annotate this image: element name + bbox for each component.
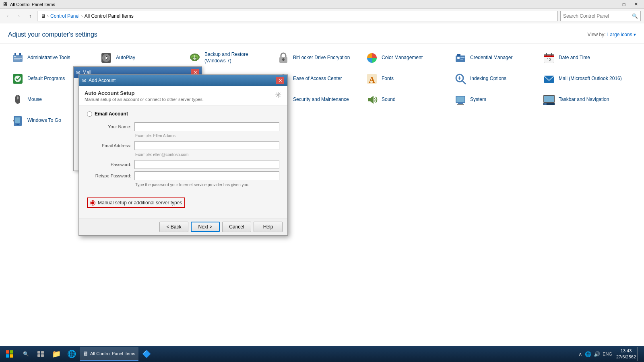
- color-icon: [365, 51, 378, 64]
- backup-icon: [188, 51, 201, 64]
- back-button[interactable]: ‹: [3, 12, 12, 21]
- address-bar: ‹ › ↑ 🖥 › Control Panel › All Control Pa…: [0, 9, 644, 23]
- add-account-titlebar: ✉ Add Account ✕: [79, 75, 287, 86]
- svg-rect-3: [14, 56, 16, 57]
- cp-item-fonts[interactable]: A Fonts: [362, 68, 451, 89]
- view-by-value[interactable]: Large icons ▾: [607, 32, 636, 37]
- edge-taskbar[interactable]: 🔷: [139, 347, 154, 361]
- administrative-tools-icon: [11, 51, 24, 64]
- dialog-cursor-icon: ✳: [275, 90, 282, 100]
- ease-label: Ease of Access Center: [293, 76, 342, 82]
- task-view-button[interactable]: [34, 347, 48, 361]
- tray-volume[interactable]: 🔊: [594, 351, 600, 357]
- close-button[interactable]: ✕: [630, 0, 642, 8]
- manual-setup-radio[interactable]: [90, 200, 95, 206]
- breadcrumb-current: All Control Panel Items: [85, 13, 134, 19]
- svg-rect-79: [41, 351, 44, 354]
- help-button[interactable]: Help: [254, 222, 283, 232]
- email-row: Email Address:: [87, 141, 279, 150]
- tray-network[interactable]: 🌐: [585, 351, 591, 357]
- cp-item-backup[interactable]: Backup and Restore (Windows 7): [185, 47, 274, 68]
- bitlocker-label: BitLocker Drive Encryption: [293, 55, 350, 61]
- retype-input[interactable]: [134, 171, 279, 180]
- control-panel-taskbar-app[interactable]: 🖥 All Control Panel Items: [80, 347, 138, 361]
- add-account-close[interactable]: ✕: [276, 77, 284, 84]
- windowstogo-icon: [11, 114, 24, 127]
- file-explorer-taskbar[interactable]: 📁: [49, 347, 64, 361]
- email-input[interactable]: [134, 141, 279, 150]
- search-taskbar-button[interactable]: 🔍: [19, 348, 33, 360]
- email-account-label: Email Account: [95, 111, 128, 117]
- svg-rect-21: [457, 54, 460, 56]
- fonts-icon: A: [365, 72, 378, 85]
- svg-rect-75: [10, 350, 13, 354]
- cp-item-datetime[interactable]: 13 Date and Time: [539, 47, 628, 68]
- password-hint: Type the password your Internet service …: [135, 183, 279, 187]
- cp-item-administrative-tools[interactable]: Administrative Tools: [8, 47, 97, 68]
- add-account-header: Auto Account Setup Manual setup of an ac…: [79, 86, 287, 105]
- password-input[interactable]: [134, 160, 279, 169]
- svg-point-29: [14, 76, 21, 82]
- clock-date: 27/6/2562: [616, 354, 636, 360]
- cancel-button[interactable]: Cancel: [222, 222, 251, 232]
- manual-setup-container: Manual setup or additional server types: [87, 191, 279, 208]
- up-button[interactable]: ↑: [26, 12, 35, 21]
- dialog-header-title: Auto Account Setup: [85, 90, 204, 96]
- cp-item-credential[interactable]: Credential Manager: [451, 47, 539, 68]
- system-tray: ∧ 🌐 🔊 ENG: [576, 351, 615, 357]
- tray-lang: ENG: [603, 352, 612, 356]
- sound-label: Sound: [382, 97, 396, 103]
- cp-item-mail[interactable]: Mail (Microsoft Outlook 2016): [539, 68, 628, 89]
- minimize-button[interactable]: –: [606, 0, 617, 8]
- sound-icon: [365, 93, 378, 106]
- next-button[interactable]: Next >: [191, 222, 220, 232]
- svg-rect-4: [14, 58, 22, 59]
- manual-setup-option[interactable]: Manual setup or additional server types: [87, 197, 185, 208]
- view-by-label: View by:: [587, 32, 605, 37]
- search-box[interactable]: 🔍: [560, 11, 641, 21]
- cp-taskbar-icon: 🖥: [83, 350, 89, 357]
- page-title: Adjust your computer's settings: [8, 31, 97, 38]
- svg-rect-1: [14, 53, 16, 56]
- cp-item-sound[interactable]: Sound: [362, 89, 451, 110]
- default-icon: [11, 72, 24, 85]
- mail-icon: [543, 72, 555, 85]
- cp-item-indexing[interactable]: Indexing Options: [451, 68, 539, 89]
- name-row: Your Name:: [87, 122, 279, 131]
- maximize-button[interactable]: □: [618, 0, 630, 8]
- back-button[interactable]: < Back: [159, 222, 188, 232]
- breadcrumb: 🖥 › Control Panel › All Control Panel It…: [37, 11, 558, 21]
- svg-rect-71: [15, 117, 20, 123]
- svg-rect-20: [460, 59, 463, 60]
- add-account-dialog[interactable]: ✉ Add Account ✕ Auto Account Setup Manua…: [78, 74, 288, 236]
- default-label: Default Programs: [27, 76, 65, 82]
- email-account-radio[interactable]: [87, 111, 92, 117]
- show-desktop-button[interactable]: [638, 347, 641, 361]
- breadcrumb-control-panel[interactable]: Control Panel: [50, 13, 80, 19]
- forward-button[interactable]: ›: [14, 12, 23, 21]
- cp-item-autoplay[interactable]: AutoPlay: [97, 47, 185, 68]
- name-input[interactable]: [134, 122, 279, 131]
- tray-show-hidden[interactable]: ∧: [578, 351, 582, 357]
- cp-item-taskbar[interactable]: Taskbar and Navigation: [539, 89, 628, 110]
- cp-item-bitlocker[interactable]: BitLocker Drive Encryption: [274, 47, 362, 68]
- bitlocker-icon: [277, 51, 290, 64]
- start-button[interactable]: [2, 347, 18, 361]
- indexing-icon: [454, 72, 467, 85]
- svg-rect-53: [17, 97, 19, 99]
- mouse-icon: [11, 93, 24, 106]
- svg-marker-61: [368, 96, 374, 104]
- svg-rect-24: [546, 53, 547, 56]
- color-label: Color Management: [382, 55, 423, 61]
- cp-item-system[interactable]: System: [451, 89, 539, 110]
- search-input[interactable]: [563, 13, 630, 19]
- svg-rect-73: [13, 120, 14, 121]
- browser-taskbar[interactable]: 🌐: [64, 347, 79, 361]
- taskbar-clock[interactable]: 13:43 27/6/2562: [616, 348, 636, 360]
- view-by: View by: Large icons ▾: [587, 32, 636, 37]
- cp-item-color[interactable]: Color Management: [362, 47, 451, 68]
- password-label: Password:: [87, 162, 131, 167]
- system-label: System: [470, 97, 486, 103]
- mouse-label: Mouse: [27, 97, 42, 103]
- cp-taskbar-label: All Control Panel Items: [90, 351, 135, 356]
